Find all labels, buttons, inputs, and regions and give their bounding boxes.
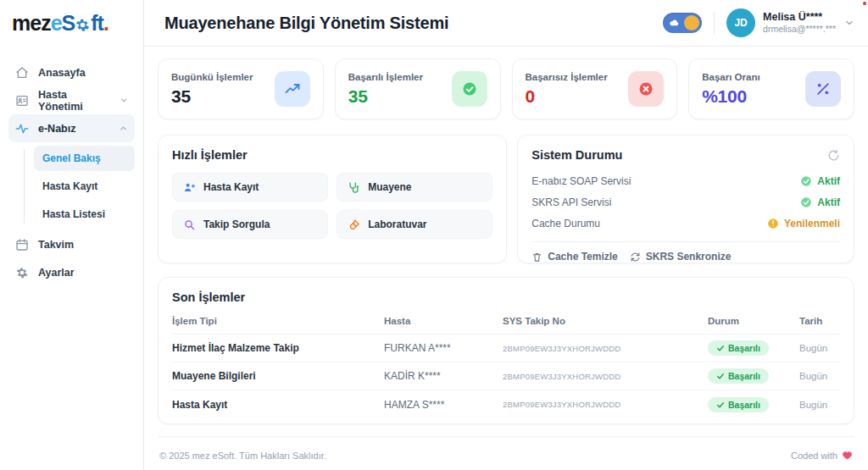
status-rows: E-nabız SOAP Servisi Aktif SKRS API Serv… (531, 170, 840, 234)
heart-icon (842, 450, 853, 461)
check-icon (716, 344, 725, 352)
quick-action-takip-sorgula-button[interactable]: Takip Sorgula (172, 210, 328, 239)
user-name: Melisa Ü**** (763, 11, 836, 25)
quick-actions-grid: Hasta Kayıt Muayene Takip Sorgula L (172, 173, 492, 239)
stat-card-basarisiz-islemler: Başarısız İşlemler 0 (512, 58, 678, 119)
refresh-icon[interactable] (827, 149, 840, 162)
table-row: Hizmet İlaç Malzeme Takip FURKAN A**** 2… (172, 335, 840, 362)
status-row-soap: E-nabız SOAP Servisi Aktif (531, 170, 840, 191)
panels-row: Hızlı İşlemler Hasta Kayıt Muayene Ta (158, 135, 854, 263)
sub-item-label: Genel Bakış (42, 152, 101, 164)
sidebar-item-ayarlar[interactable]: Ayarlar (8, 258, 135, 286)
cell-hasta: KADİR K**** (384, 370, 503, 382)
stat-label: Başarılı İşlemler (348, 72, 423, 82)
logo[interactable]: mezeSft. (0, 0, 143, 47)
cell-sys-takip-no: 2BMP09EW3J3YXHORJWDDD (503, 344, 708, 353)
status-badge: Başarılı (708, 340, 769, 356)
status-value: Aktif (800, 196, 840, 208)
column-islem-tipi: İşlem Tipi (172, 316, 384, 326)
theme-toggle[interactable] (663, 13, 702, 33)
quick-action-label: Muayene (368, 181, 411, 193)
sun-knob (684, 15, 699, 30)
pulse-icon (15, 122, 29, 135)
sidebar-item-label: Anasayfa (38, 67, 86, 79)
logo-text: mezeSft. (12, 11, 108, 36)
quick-action-muayene-button[interactable]: Muayene (337, 173, 492, 202)
cache-temizle-button[interactable]: Cache Temizle (531, 251, 617, 263)
table-row: Hasta Kayıt HAMZA S**** 2BMP09EW3J3YXHOR… (172, 390, 840, 418)
stat-label: Bugünkü İşlemler (171, 72, 253, 82)
sidebar-nav: Anasayfa Hasta Yönetimi e-Nabız Genel Ba… (0, 47, 143, 286)
check-circle-icon (800, 175, 812, 187)
person-plus-icon (183, 181, 196, 194)
status-actions: Cache Temizle SKRS Senkronize (531, 251, 840, 263)
sidebar-subitem-hasta-kayit[interactable]: Hasta Kayıt (34, 174, 135, 199)
avatar[interactable]: JD (726, 8, 755, 37)
cell-tarih: Bugün (799, 371, 840, 381)
check-icon (716, 401, 725, 409)
content: Bugünkü İşlemler 35 Başarılı İşlemler 35 (144, 47, 868, 470)
quick-actions-title: Hızlı İşlemler (172, 148, 492, 162)
chart-icon (275, 71, 310, 107)
user-email: drmelisa@*****.*** (763, 24, 836, 35)
quick-actions-panel: Hızlı İşlemler Hasta Kayıt Muayene Ta (158, 135, 507, 263)
sidebar-subitem-genel-bakis[interactable]: Genel Bakış (34, 146, 135, 171)
search-icon (183, 218, 196, 231)
table-header: İşlem Tipi Hasta SYS Takip No Durum Tari… (172, 307, 840, 335)
warning-circle-icon (767, 218, 779, 229)
calendar-icon (15, 238, 29, 252)
sidebar-item-anasayfa[interactable]: Anasayfa (8, 58, 135, 86)
page-title: Muayenehane Bilgi Yönetim Sistemi (164, 14, 448, 33)
sidebar-item-enabiz[interactable]: e-Nabız (8, 114, 135, 142)
main-area: Muayenehane Bilgi Yönetim Sistemi JD Mel… (144, 0, 868, 470)
gear-icon (15, 266, 29, 279)
percent-icon (805, 71, 841, 107)
skrs-senkronize-button[interactable]: SKRS Senkronize (630, 251, 732, 263)
cloud-icon (669, 18, 680, 29)
status-badge: Başarılı (708, 368, 769, 384)
cell-tarih: Bugün (799, 343, 840, 353)
topbar-right: JD Melisa Ü**** drmelisa@*****.*** (663, 8, 854, 37)
system-status-header: Sistem Durumu (531, 148, 840, 162)
logo-part-dot: . (103, 11, 108, 36)
cell-durum: Başarılı (708, 397, 799, 412)
cell-islem-tipi: Muayene Bilgileri (172, 370, 384, 382)
user-menu-chevron-icon[interactable] (844, 18, 854, 28)
status-row-cache: Cache Durumu Yenilenmeli (531, 213, 840, 234)
stethoscope-icon (348, 181, 360, 194)
column-hasta: Hasta (384, 316, 503, 326)
stat-value: %100 (702, 86, 760, 107)
status-value: Yenilenmeli (767, 218, 840, 229)
quick-action-hasta-kayit-button[interactable]: Hasta Kayıt (172, 173, 328, 202)
quick-action-label: Takip Sorgula (203, 218, 270, 230)
stat-card-basari-orani: Başarı Oranı %100 (688, 58, 854, 119)
cell-durum: Başarılı (708, 368, 799, 384)
sidebar-item-label: Ayarlar (38, 267, 75, 279)
stats-row: Bugünkü İşlemler 35 Başarılı İşlemler 35 (158, 58, 854, 119)
logo-part-e: e (51, 11, 62, 36)
stat-value: 0 (526, 86, 608, 107)
quick-action-label: Laboratuvar (368, 218, 426, 230)
sidebar-item-hasta-yonetimi[interactable]: Hasta Yönetimi (8, 86, 135, 114)
trash-icon (531, 252, 542, 263)
sidebar-subitem-hasta-listesi[interactable]: Hasta Listesi (34, 202, 135, 227)
sidebar-item-takvim[interactable]: Takvim (8, 230, 135, 258)
table-row: Muayene Bilgileri KADİR K**** 2BMP09EW3J… (172, 362, 840, 390)
enabiz-submenu: Genel Bakış Hasta Kayıt Hasta Listesi (24, 146, 135, 227)
cell-islem-tipi: Hizmet İlaç Malzeme Takip (172, 342, 384, 354)
stat-value: 35 (171, 86, 253, 107)
stat-value: 35 (348, 86, 423, 107)
action-label: SKRS Senkronize (646, 251, 732, 263)
column-durum: Durum (708, 316, 799, 326)
copyright-text: © 2025 mez eSoft. Tüm Hakları Saklıdır. (159, 451, 326, 461)
footer: © 2025 mez eSoft. Tüm Hakları Saklıdır. … (158, 436, 854, 461)
x-circle-icon (628, 71, 664, 107)
recent-operations-title: Son İşlemler (172, 290, 840, 304)
logo-red-dot (863, 2, 866, 5)
logo-gear-icon (75, 17, 91, 33)
cell-hasta: HAMZA S**** (384, 399, 503, 411)
sync-icon (630, 252, 641, 263)
topbar-divider (714, 12, 715, 34)
quick-action-label: Hasta Kayıt (203, 181, 259, 193)
quick-action-laboratuvar-button[interactable]: Laboratuvar (337, 210, 492, 239)
